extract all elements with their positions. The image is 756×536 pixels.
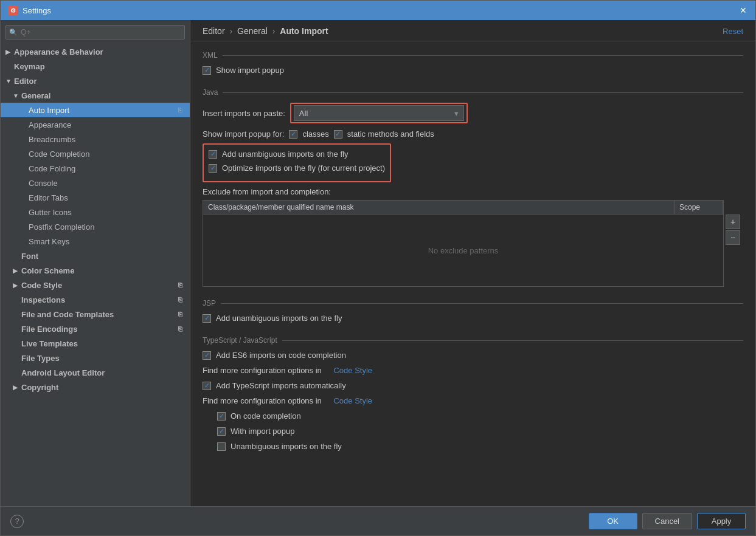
- on-code-completion-row: On code completion: [217, 410, 743, 422]
- sidebar-item-label: Breadcrumbs: [29, 135, 75, 144]
- sidebar-item-editor-tabs[interactable]: Editor Tabs: [1, 190, 190, 205]
- sidebar-item-gutter-icons[interactable]: Gutter Icons: [1, 205, 190, 219]
- table-col1: Class/package/member qualified name mask: [203, 201, 675, 214]
- sidebar-item-label: Gutter Icons: [29, 208, 72, 217]
- sidebar-item-label: Appearance & Behavior: [14, 47, 103, 57]
- chevron-icon: [20, 165, 26, 172]
- apply-button[interactable]: Apply: [697, 513, 746, 529]
- show-import-popup-checkbox[interactable]: [203, 66, 211, 75]
- chevron-icon: ▶: [13, 384, 19, 391]
- add-pattern-button[interactable]: +: [726, 215, 740, 229]
- search-input[interactable]: [5, 25, 185, 40]
- unambiguous-imports-checkbox[interactable]: [217, 442, 226, 451]
- ok-button[interactable]: OK: [589, 513, 637, 529]
- exclude-table-body: No exclude patterns + −: [203, 214, 724, 287]
- classes-checkbox[interactable]: [289, 130, 297, 139]
- sidebar: 🔍 ▶ Appearance & Behavior Keymap ▼ Edito…: [1, 20, 190, 506]
- jsp-section-label: JSP: [203, 299, 743, 308]
- chevron-icon: [13, 253, 19, 259]
- unambiguous-imports-row: Unambiguous imports on the fly: [217, 441, 743, 452]
- main-panel: Editor › General › Auto Import Reset XML…: [190, 20, 755, 506]
- optimize-imports-row: Optimize imports on the fly (for current…: [209, 162, 385, 174]
- static-methods-checkbox[interactable]: [334, 130, 342, 139]
- close-button[interactable]: ✕: [738, 5, 748, 15]
- sidebar-item-label: Auto Import: [29, 106, 69, 115]
- chevron-down-icon: ▾: [454, 109, 459, 118]
- add-es6-checkbox[interactable]: [203, 351, 211, 360]
- sidebar-item-color-scheme[interactable]: ▶ Color Scheme: [1, 263, 190, 278]
- sidebar-item-inspections[interactable]: Inspections ⎘: [1, 292, 190, 307]
- sidebar-item-android-layout-editor[interactable]: Android Layout Editor: [1, 365, 190, 380]
- exclude-table-wrapper: Class/package/member qualified name mask…: [203, 200, 724, 287]
- sidebar-item-general[interactable]: ▼ General: [1, 88, 190, 103]
- config-text2: Find more configuration options in: [203, 396, 322, 405]
- jsp-add-unambiguous-checkbox[interactable]: [203, 314, 211, 323]
- help-button[interactable]: ?: [10, 515, 24, 528]
- reset-button[interactable]: Reset: [723, 27, 743, 36]
- sidebar-tree: ▶ Appearance & Behavior Keymap ▼ Editor …: [1, 44, 190, 506]
- sidebar-item-label: Color Scheme: [21, 266, 74, 275]
- sidebar-item-code-style[interactable]: ▶ Code Style ⎘: [1, 278, 190, 292]
- show-import-popup-row: Show import popup: [203, 64, 743, 76]
- insert-imports-select-wrapper: All ▾: [290, 103, 468, 123]
- with-import-popup-checkbox[interactable]: [217, 427, 226, 436]
- sidebar-item-console[interactable]: Console: [1, 176, 190, 190]
- button-group: OK Cancel Apply: [589, 513, 746, 529]
- static-methods-label: static methods and fields: [347, 129, 434, 139]
- cancel-button[interactable]: Cancel: [642, 513, 692, 529]
- chevron-icon: [13, 311, 19, 318]
- remove-pattern-button[interactable]: −: [726, 230, 740, 245]
- sidebar-item-label: Android Layout Editor: [21, 368, 105, 377]
- add-unambiguous-row: Add unambiguous imports on the fly: [209, 148, 385, 160]
- xml-section: XML Show import popup: [203, 51, 743, 76]
- chevron-icon: ▼: [13, 92, 19, 99]
- sidebar-item-label: Editor Tabs: [29, 193, 68, 202]
- sidebar-item-smart-keys[interactable]: Smart Keys: [1, 234, 190, 249]
- sidebar-item-copyright[interactable]: ▶ Copyright: [1, 380, 190, 394]
- search-box[interactable]: 🔍: [5, 25, 185, 40]
- chevron-icon: [13, 355, 19, 362]
- breadcrumb: Editor › General › Auto Import: [203, 26, 328, 36]
- optimize-imports-checkbox[interactable]: [209, 164, 217, 173]
- add-typescript-checkbox[interactable]: [203, 382, 211, 390]
- sidebar-item-file-code-templates[interactable]: File and Code Templates ⎘: [1, 307, 190, 321]
- sidebar-item-breadcrumbs[interactable]: Breadcrumbs: [1, 132, 190, 146]
- ts-js-section-label: TypeScript / JavaScript: [203, 336, 743, 345]
- breadcrumb-sep1: ›: [229, 26, 235, 36]
- chevron-icon: [20, 194, 26, 201]
- window-title: Settings: [23, 6, 51, 15]
- chevron-icon: [13, 369, 19, 376]
- with-import-popup-label: With import popup: [231, 427, 295, 436]
- show-popup-for-row: Show import popup for: classes static me…: [203, 128, 743, 140]
- jsp-section: JSP Add unambiguous imports on the fly: [203, 299, 743, 324]
- jsp-add-unambiguous-label: Add unambiguous imports on the fly: [216, 314, 342, 323]
- sidebar-item-appearance[interactable]: Appearance: [1, 117, 190, 132]
- sidebar-item-label: Live Templates: [21, 339, 78, 348]
- sidebar-item-label: Code Style: [21, 281, 62, 290]
- sidebar-item-live-templates[interactable]: Live Templates: [1, 336, 190, 351]
- sidebar-item-font[interactable]: Font: [1, 249, 190, 263]
- sidebar-item-label: File Encodings: [21, 325, 77, 334]
- sidebar-item-editor[interactable]: ▼ Editor: [1, 74, 190, 88]
- code-style-link2[interactable]: Code Style: [333, 396, 372, 405]
- sidebar-item-label: Copyright: [21, 383, 58, 392]
- sidebar-item-file-encodings[interactable]: File Encodings ⎘: [1, 321, 190, 336]
- copy-icon: ⎘: [175, 105, 185, 115]
- chevron-icon: [20, 151, 26, 157]
- sidebar-item-label: Postfix Completion: [29, 222, 94, 232]
- sidebar-item-label: Font: [21, 252, 38, 261]
- sidebar-item-file-types[interactable]: File Types: [1, 351, 190, 365]
- app-icon: ⚙: [8, 5, 18, 15]
- sidebar-item-code-completion[interactable]: Code Completion: [1, 146, 190, 161]
- on-code-completion-checkbox[interactable]: [217, 412, 226, 421]
- add-unambiguous-checkbox[interactable]: [209, 150, 217, 159]
- sidebar-item-keymap[interactable]: Keymap: [1, 59, 190, 74]
- chevron-icon: [13, 297, 19, 303]
- sidebar-item-appearance-behavior[interactable]: ▶ Appearance & Behavior: [1, 44, 190, 59]
- table-empty-text: No exclude patterns: [428, 246, 499, 255]
- code-style-link1[interactable]: Code Style: [333, 366, 372, 375]
- insert-imports-select[interactable]: All ▾: [294, 105, 464, 121]
- sidebar-item-postfix-completion[interactable]: Postfix Completion: [1, 219, 190, 234]
- sidebar-item-code-folding[interactable]: Code Folding: [1, 161, 190, 176]
- sidebar-item-auto-import[interactable]: Auto Import ⎘: [1, 103, 190, 117]
